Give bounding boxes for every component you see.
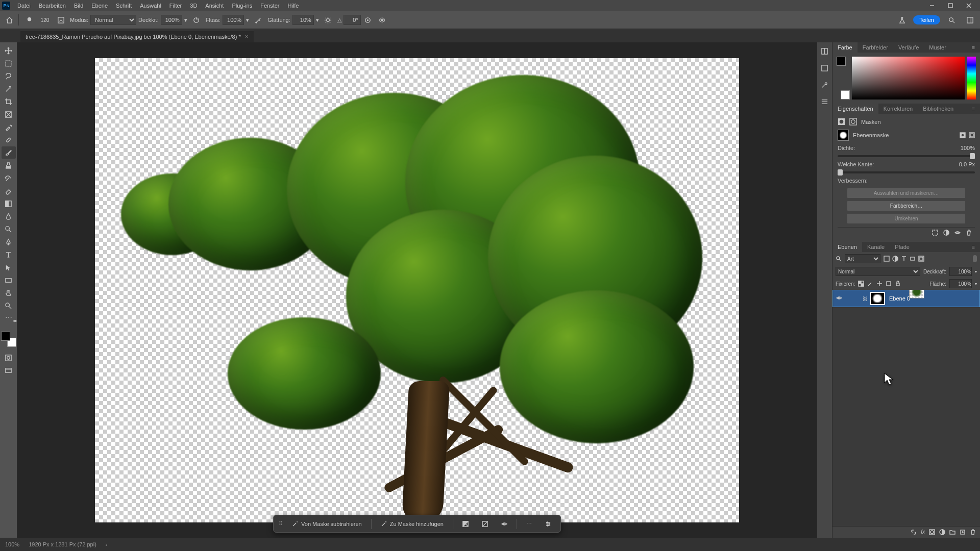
size-pressure-toggle[interactable] xyxy=(362,14,374,26)
workspace-button[interactable] xyxy=(964,14,976,26)
select-and-mask-button[interactable]: Auswählen und maskieren… xyxy=(847,188,966,198)
blend-mode-select[interactable]: Normal xyxy=(90,15,136,25)
zoom-level[interactable]: 100% xyxy=(5,541,19,547)
move-tool[interactable] xyxy=(2,44,16,57)
invert-mask-button[interactable] xyxy=(458,519,473,529)
dodge-tool[interactable] xyxy=(2,223,16,235)
marquee-tool[interactable] xyxy=(2,57,16,69)
color-panel-menu[interactable]: ≡ xyxy=(967,42,980,53)
quickmask-toggle[interactable] xyxy=(2,352,16,364)
window-maximize-button[interactable] xyxy=(941,0,960,11)
history-brush-tool[interactable] xyxy=(2,172,16,184)
shape-tool[interactable] xyxy=(2,274,16,286)
canvas[interactable] xyxy=(95,58,739,522)
healing-tool[interactable] xyxy=(2,134,16,146)
layer-mask-thumbnail[interactable] xyxy=(870,292,885,305)
menu-auswahl[interactable]: Auswahl xyxy=(136,1,165,10)
filter-kind-select[interactable]: Art xyxy=(845,254,880,263)
brush-size-display[interactable]: 120 xyxy=(36,17,54,23)
layer-visibility-toggle[interactable] xyxy=(835,295,843,302)
feather-value[interactable]: 0,0 Px xyxy=(950,161,975,167)
frame-tool[interactable] xyxy=(2,108,16,120)
share-button[interactable]: Teilen xyxy=(913,15,940,24)
eraser-tool[interactable] xyxy=(2,185,16,197)
tab-korrekturen[interactable]: Korrekturen xyxy=(878,104,918,114)
crop-tool[interactable] xyxy=(2,95,16,108)
brush-tool[interactable] xyxy=(2,146,16,159)
taskbar-drag-handle[interactable]: ⠿ xyxy=(279,520,283,527)
lasso-tool[interactable] xyxy=(2,70,16,82)
menu-ansicht[interactable]: Ansicht xyxy=(201,1,228,10)
brush-panel-toggle[interactable] xyxy=(55,14,67,26)
window-close-button[interactable] xyxy=(960,0,978,11)
tab-kanaele[interactable]: Kanäle xyxy=(862,242,890,252)
filter-adjust-icon[interactable] xyxy=(892,256,898,262)
tab-ebenen[interactable]: Ebenen xyxy=(832,242,862,252)
color-panel-swatches[interactable] xyxy=(837,57,850,99)
filter-smart-icon[interactable] xyxy=(918,256,924,262)
type-tool[interactable] xyxy=(2,248,16,261)
new-layer-icon[interactable] xyxy=(960,529,966,535)
layer-opacity-input[interactable] xyxy=(949,267,972,276)
layer-name[interactable]: Ebene 0 xyxy=(889,295,910,302)
menu-filter[interactable]: Filter xyxy=(165,1,186,10)
layer-mask-link-icon[interactable]: ⛓ xyxy=(863,296,868,302)
edit-toolbar-button[interactable]: ⋯ xyxy=(5,313,12,321)
subtract-from-mask-button[interactable]: Von Maske subtrahieren xyxy=(288,519,366,529)
hue-slider[interactable] xyxy=(967,57,976,99)
more-options-button[interactable]: ⋯ xyxy=(522,518,536,529)
menu-ebene[interactable]: Ebene xyxy=(87,1,112,10)
layer-thumbnail[interactable] xyxy=(909,290,924,298)
angle-input[interactable] xyxy=(344,15,361,25)
menu-hilfe[interactable]: Hilfe xyxy=(283,1,303,10)
menu-bild[interactable]: Bild xyxy=(70,1,87,10)
invert-button[interactable]: Umkehren xyxy=(847,213,966,224)
brush-preset-picker[interactable] xyxy=(22,13,36,27)
density-value[interactable]: 100% xyxy=(950,145,975,151)
lock-position-icon[interactable] xyxy=(876,281,883,287)
filter-shape-icon[interactable] xyxy=(910,256,916,262)
gradient-tool[interactable] xyxy=(2,197,16,210)
smoothing-options[interactable] xyxy=(322,14,334,26)
path-tool[interactable] xyxy=(2,261,16,273)
collapsed-panel-3[interactable] xyxy=(821,81,828,90)
collapsed-panel-4[interactable] xyxy=(821,98,828,107)
filter-toggle[interactable] xyxy=(973,255,977,262)
tab-verlaeufe[interactable]: Verläufe xyxy=(893,42,924,53)
document-tab[interactable]: tree-7186835_Ramon Perucho auf Pixabay.j… xyxy=(20,31,254,42)
adjustment-layer-icon[interactable] xyxy=(939,529,945,535)
stamp-tool[interactable] xyxy=(2,159,16,171)
window-minimize-button[interactable] xyxy=(923,0,941,11)
menu-fenster[interactable]: Fenster xyxy=(256,1,283,10)
tab-muster[interactable]: Muster xyxy=(924,42,951,53)
menu-schrift[interactable]: Schrift xyxy=(112,1,136,10)
collapsed-panel-1[interactable] xyxy=(821,47,828,56)
menu-3d[interactable]: 3D xyxy=(186,1,201,10)
lock-artboard-icon[interactable] xyxy=(886,281,892,287)
lock-transparent-icon[interactable] xyxy=(858,281,864,287)
filter-type-icon[interactable] xyxy=(901,256,907,262)
selection-tool[interactable] xyxy=(2,83,16,95)
tab-farbe[interactable]: Farbe xyxy=(832,42,857,53)
smoothing-input[interactable] xyxy=(292,15,314,25)
toggle-mask-icon[interactable] xyxy=(954,230,961,236)
airbrush-toggle[interactable] xyxy=(252,14,264,26)
add-vector-mask-icon[interactable] xyxy=(969,132,975,138)
document-info[interactable]: 1920 Px x 1281 Px (72 ppi) xyxy=(29,541,96,547)
properties-panel-menu[interactable]: ≡ xyxy=(967,104,980,114)
beaker-button[interactable] xyxy=(896,14,908,26)
collapsed-panel-2[interactable] xyxy=(821,64,828,73)
delete-layer-icon[interactable] xyxy=(970,529,976,535)
layer-row[interactable]: ⛓ Ebene 0 xyxy=(832,290,980,307)
tab-bibliotheken[interactable]: Bibliotheken xyxy=(918,104,959,114)
fill-input[interactable] xyxy=(949,279,972,288)
feather-slider[interactable] xyxy=(838,171,975,173)
add-to-mask-button[interactable]: Zu Maske hinzufügen xyxy=(377,519,448,529)
delete-mask-icon[interactable] xyxy=(966,230,972,236)
tab-farbfelder[interactable]: Farbfelder xyxy=(857,42,893,53)
eyedropper-tool[interactable] xyxy=(2,121,16,133)
tab-pfade[interactable]: Pfade xyxy=(890,242,915,252)
lock-pixels-icon[interactable] xyxy=(867,281,873,287)
menu-plugins[interactable]: Plug-ins xyxy=(228,1,256,10)
status-chevron[interactable]: › xyxy=(106,541,108,547)
